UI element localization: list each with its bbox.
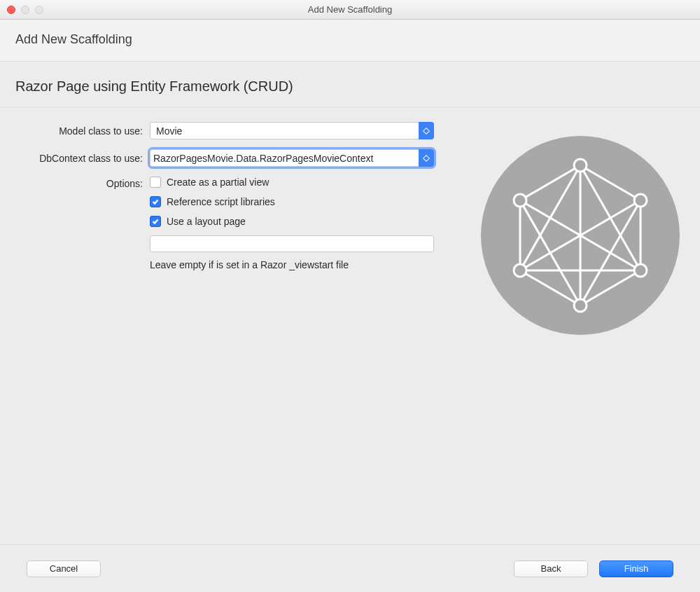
cancel-button[interactable]: Cancel [27,560,101,577]
window-controls [7,6,43,14]
layout-helper-text: Leave empty if is set in a Razor _viewst… [150,259,434,270]
dialog-content: Model class to use: DbContext class to u… [0,122,700,335]
dialog-title: Add New Scaffolding [15,32,685,47]
svg-point-19 [574,159,587,172]
svg-marker-2 [423,155,430,158]
section-header: Razor Page using Entity Framework (CRUD) [0,62,700,108]
close-icon[interactable] [7,6,15,14]
section-title: Razor Page using Entity Framework (CRUD) [15,78,685,95]
model-class-row: Model class to use: [15,122,463,139]
dialog-header: Add New Scaffolding [0,20,700,62]
options-stack: Create as a partial view Reference scrip… [150,177,434,270]
svg-point-22 [574,299,587,312]
options-row: Options: Create as a partial view Refere… [15,177,463,270]
dialog-footer: Cancel Back Finish [0,544,700,592]
finish-button[interactable]: Finish [599,560,673,577]
svg-marker-3 [423,158,430,162]
checkbox-label: Create as a partial view [167,177,269,188]
checkbox-label: Use a layout page [167,216,246,227]
back-button[interactable]: Back [514,560,588,577]
model-class-combo[interactable] [150,122,434,139]
model-class-label: Model class to use: [15,125,150,137]
checkbox-icon[interactable] [150,216,161,227]
svg-marker-0 [423,128,430,131]
checkbox-icon[interactable] [150,196,161,207]
svg-marker-1 [423,131,430,135]
checkbox-label: Reference script libraries [167,196,275,207]
checkbox-layout-page[interactable]: Use a layout page [150,216,434,227]
chevron-down-icon[interactable] [419,149,434,167]
dbcontext-combo[interactable] [150,149,434,167]
form-area: Model class to use: DbContext class to u… [15,122,463,335]
dbcontext-input[interactable] [150,149,434,167]
svg-point-20 [634,194,647,207]
checkbox-icon[interactable] [150,177,161,188]
dbcontext-row: DbContext class to use: [15,149,463,167]
layout-page-input[interactable] [150,235,434,252]
svg-point-21 [634,264,647,277]
chevron-down-icon[interactable] [419,122,434,139]
model-class-input[interactable] [150,122,434,139]
titlebar: Add New Scaffolding [0,0,700,20]
wizard-illustration [479,122,682,335]
dbcontext-label: DbContext class to use: [15,153,150,164]
options-label: Options: [15,177,150,189]
window-title: Add New Scaffolding [308,4,392,15]
checkbox-reference-scripts[interactable]: Reference script libraries [150,196,434,207]
svg-point-24 [514,194,526,207]
graph-icon [481,136,680,335]
zoom-icon[interactable] [35,6,43,14]
svg-point-23 [514,264,526,277]
checkbox-partial-view[interactable]: Create as a partial view [150,177,434,188]
minimize-icon[interactable] [21,6,29,14]
